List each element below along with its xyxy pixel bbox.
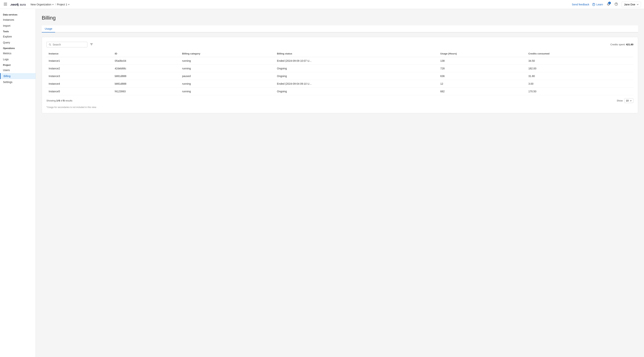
table-cell: 34.50 bbox=[526, 57, 634, 65]
table-cell: f4123993 bbox=[112, 88, 180, 95]
sidebar-section-project: Project bbox=[0, 62, 36, 67]
col-billing-status: Billing status bbox=[275, 50, 438, 57]
tab-usage[interactable]: Usage bbox=[42, 25, 55, 33]
sidebar-item-import[interactable]: Import bbox=[0, 23, 36, 29]
svg-point-6 bbox=[594, 5, 594, 5]
col-instance: Instance bbox=[46, 50, 112, 57]
table-cell: Instance5 bbox=[46, 88, 112, 95]
table-cell: paused bbox=[180, 72, 275, 80]
svg-rect-2 bbox=[4, 5, 7, 6]
table-body: Instance105a0bc04runningEnded (2024-09-0… bbox=[46, 57, 634, 95]
table-cell: 138 bbox=[438, 57, 526, 65]
col-id: ID bbox=[112, 50, 180, 57]
sidebar-section-data-services: Data services bbox=[0, 12, 36, 17]
svg-text:.neo4j: .neo4j bbox=[10, 3, 19, 6]
sidebar-item-billing[interactable]: Billing bbox=[0, 73, 36, 79]
sidebar: Data services Instances Import Tools Exp… bbox=[0, 9, 36, 357]
table-row: Instance4b861d888runningEnded (2024-09-0… bbox=[46, 80, 634, 88]
notifications-button[interactable]: 1 bbox=[606, 2, 611, 7]
table-cell: 31.80 bbox=[526, 72, 634, 80]
table-cell: Ended (2024-09-09 10:07 U... bbox=[275, 57, 438, 65]
table-cell: 3.00 bbox=[526, 80, 634, 88]
table-cell: Ongoing bbox=[275, 88, 438, 95]
table-cell: running bbox=[180, 65, 275, 72]
user-label: Jane Doe bbox=[624, 3, 635, 6]
project-label: Project 1 bbox=[57, 3, 67, 6]
show-select-dropdown[interactable]: 10 25 50 bbox=[624, 98, 634, 103]
table-cell: Instance2 bbox=[46, 65, 112, 72]
svg-rect-1 bbox=[4, 4, 7, 4]
footnote: *Usage for secondaries is not included i… bbox=[46, 106, 634, 109]
org-label: New Organization bbox=[30, 3, 51, 6]
search-input[interactable] bbox=[53, 43, 85, 46]
filter-button[interactable] bbox=[89, 42, 94, 47]
toolbar: Credits spent: 421.80 bbox=[46, 42, 634, 47]
table-cell: Instance4 bbox=[46, 80, 112, 88]
sidebar-item-explore[interactable]: Explore bbox=[0, 34, 36, 40]
table-row: Instance3b861d888pausedOngoing63631.80 bbox=[46, 72, 634, 80]
pagination: Showing 1-5 of 5 results Show 10 25 50 bbox=[46, 98, 634, 103]
table-cell: 42deb68c bbox=[112, 65, 180, 72]
page-title: Billing bbox=[42, 15, 638, 21]
breadcrumb-separator: / bbox=[55, 3, 56, 6]
sidebar-item-query[interactable]: Query bbox=[0, 40, 36, 46]
breadcrumb: New Organization / Project 1 bbox=[30, 3, 70, 6]
table-cell: Ongoing bbox=[275, 65, 438, 72]
user-menu-button[interactable]: Jane Doe bbox=[622, 2, 641, 7]
table-row: Instance242deb68crunningOngoing728182.00 bbox=[46, 65, 634, 72]
table-cell: 12 bbox=[438, 80, 526, 88]
filter-icon bbox=[90, 43, 93, 46]
table-cell: Ended (2024-09-04 09:10 U... bbox=[275, 80, 438, 88]
main-content: Billing Usage Cr bbox=[36, 9, 644, 357]
table-row: Instance105a0bc04runningEnded (2024-09-0… bbox=[46, 57, 634, 65]
tabs: Usage bbox=[42, 25, 638, 33]
table-cell: 170.50 bbox=[526, 88, 634, 95]
svg-text:aura: aura bbox=[20, 3, 26, 6]
project-selector[interactable]: Project 1 bbox=[57, 3, 70, 6]
sidebar-section-tools: Tools bbox=[0, 29, 36, 34]
pagination-info: Showing 1-5 of 5 results bbox=[46, 99, 72, 102]
sidebar-item-instances[interactable]: Instances bbox=[0, 17, 36, 23]
notification-badge: 1 bbox=[608, 2, 611, 4]
content-card: Credits spent: 421.80 Instance ID Billin… bbox=[42, 37, 638, 113]
nav-right: Send feedback Learn 1 Jane Doe bbox=[572, 2, 641, 7]
show-select: Show 10 25 50 bbox=[616, 98, 634, 103]
table-header-row: Instance ID Billing category Billing sta… bbox=[46, 50, 634, 57]
table-row: Instance5f4123993runningOngoing682170.50 bbox=[46, 88, 634, 95]
topnav: .neo4j aura New Organization / Project 1… bbox=[0, 0, 644, 9]
sidebar-item-metrics[interactable]: Metrics bbox=[0, 50, 36, 56]
table-cell: running bbox=[180, 80, 275, 88]
col-billing-category: Billing category bbox=[180, 50, 275, 57]
toolbar-left bbox=[46, 42, 94, 47]
table-cell: Instance3 bbox=[46, 72, 112, 80]
table-cell: b861d888 bbox=[112, 72, 180, 80]
svg-point-8 bbox=[616, 5, 616, 5]
table-cell: 728 bbox=[438, 65, 526, 72]
credits-value: 421.80 bbox=[626, 43, 634, 46]
col-usage-hours: Usage (Hours) bbox=[438, 50, 526, 57]
billing-table: Instance ID Billing category Billing sta… bbox=[46, 50, 634, 95]
help-button[interactable] bbox=[614, 2, 619, 7]
col-credits-consumed: Credits consumed bbox=[526, 50, 634, 57]
sidebar-section-operations: Operations bbox=[0, 46, 36, 50]
table-header: Instance ID Billing category Billing sta… bbox=[46, 50, 634, 57]
sidebar-item-settings[interactable]: Settings bbox=[0, 79, 36, 85]
table-cell: 05a0bc04 bbox=[112, 57, 180, 65]
table-cell: 682 bbox=[438, 88, 526, 95]
table-cell: 636 bbox=[438, 72, 526, 80]
sidebar-item-logs[interactable]: Logs bbox=[0, 56, 36, 62]
search-input-wrap bbox=[46, 42, 88, 47]
table-cell: b861d888 bbox=[112, 80, 180, 88]
table-cell: Instance1 bbox=[46, 57, 112, 65]
table-cell: Ongoing bbox=[275, 72, 438, 80]
send-feedback-button[interactable]: Send feedback bbox=[572, 3, 589, 6]
logo: .neo4j aura bbox=[10, 2, 27, 7]
sidebar-item-users[interactable]: Users bbox=[0, 67, 36, 73]
table-cell: running bbox=[180, 88, 275, 95]
hamburger-button[interactable] bbox=[3, 2, 8, 7]
learn-button[interactable]: Learn bbox=[592, 3, 603, 6]
table-cell: running bbox=[180, 57, 275, 65]
credits-spent: Credits spent: 421.80 bbox=[610, 43, 634, 46]
org-selector[interactable]: New Organization bbox=[30, 3, 54, 6]
search-icon bbox=[49, 43, 51, 46]
